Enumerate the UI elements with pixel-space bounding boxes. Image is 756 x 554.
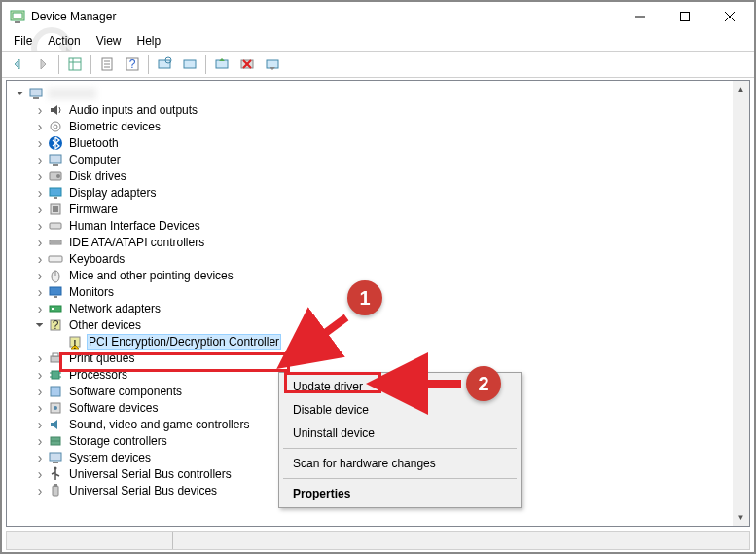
tree-category[interactable]: Bluetooth — [11, 134, 749, 151]
category-label: Keyboards — [67, 252, 126, 266]
category-label: Biometric devices — [67, 120, 162, 133]
ctx-uninstall-device[interactable]: Uninstall device — [281, 422, 519, 445]
svg-rect-24 — [30, 89, 42, 96]
root-label — [48, 88, 96, 99]
svg-point-61 — [54, 406, 57, 410]
mouse-icon — [48, 268, 63, 283]
add-legacy-button[interactable] — [178, 53, 201, 76]
category-label: Sound, video and game controllers — [67, 418, 251, 431]
svg-rect-68 — [54, 484, 57, 487]
category-label: Monitors — [67, 285, 116, 299]
storage-icon — [48, 433, 63, 449]
firmware-icon — [48, 202, 63, 217]
tree-device-selected[interactable]: !PCI Encryption/Decryption Controller — [11, 333, 749, 350]
tree-category[interactable]: Print queues — [11, 350, 749, 366]
svg-rect-44 — [50, 287, 61, 295]
window-title: Device Manager — [31, 10, 618, 23]
category-label: Universal Serial Bus devices — [67, 484, 219, 498]
computer-icon — [48, 152, 63, 167]
callout-2: 2 — [466, 366, 501, 401]
category-label: Disk drives — [67, 169, 128, 183]
tree-category[interactable]: Computer — [11, 151, 749, 167]
svg-point-32 — [56, 174, 60, 178]
svg-text:!: ! — [73, 338, 76, 351]
svg-point-27 — [54, 125, 57, 129]
swdev-icon — [48, 400, 63, 416]
close-button[interactable] — [707, 2, 752, 31]
uninstall-button[interactable] — [235, 53, 259, 76]
svg-rect-25 — [33, 97, 39, 99]
menu-bar: File Action View Help — [2, 31, 754, 51]
minimize-button[interactable] — [618, 2, 663, 31]
tree-category[interactable]: Firmware — [11, 201, 749, 217]
tree-category[interactable]: Human Interface Devices — [11, 217, 749, 234]
tree-category[interactable]: Disk drives — [11, 167, 749, 184]
bluetooth-icon — [48, 135, 63, 151]
scan-hardware-button[interactable] — [153, 53, 176, 76]
tree-category[interactable]: Keyboards — [11, 250, 749, 267]
svg-rect-23 — [267, 60, 278, 68]
ctx-disable-device[interactable]: Disable device — [281, 398, 519, 422]
category-label: IDE ATA/ATAPI controllers — [67, 236, 206, 249]
category-label: Processors — [67, 368, 129, 382]
title-bar: Device Manager — [2, 2, 754, 31]
scroll-down-button[interactable]: ▼ — [733, 509, 749, 526]
forward-button[interactable] — [31, 53, 54, 76]
svg-rect-34 — [54, 197, 57, 199]
scroll-up-button[interactable]: ▲ — [733, 81, 749, 97]
app-icon — [10, 9, 25, 24]
maximize-button[interactable] — [663, 2, 707, 31]
svg-rect-33 — [50, 188, 61, 196]
callout-number: 1 — [347, 280, 382, 315]
tree-root[interactable] — [11, 85, 749, 101]
status-bar — [6, 531, 750, 550]
callout-1: 1 — [347, 280, 382, 315]
category-label: Network adapters — [67, 302, 162, 315]
svg-rect-53 — [53, 353, 58, 356]
menu-help[interactable]: Help — [129, 32, 169, 50]
warning-device-icon: ! — [67, 334, 83, 350]
svg-rect-59 — [51, 387, 60, 396]
menu-view[interactable]: View — [89, 32, 129, 50]
keyboard-icon — [48, 251, 63, 267]
tree-category[interactable]: Display adapters — [11, 184, 749, 201]
printer-icon — [48, 351, 63, 366]
disable-button[interactable] — [261, 53, 284, 76]
svg-rect-4 — [681, 13, 690, 21]
vertical-scrollbar[interactable]: ▲ ▼ — [733, 81, 749, 526]
menu-file[interactable]: File — [6, 32, 40, 50]
ctx-separator — [283, 478, 517, 479]
svg-line-69 — [302, 317, 346, 351]
show-hidden-button[interactable] — [63, 53, 87, 76]
svg-rect-46 — [50, 306, 61, 312]
tree-category[interactable]: Audio inputs and outputs — [11, 101, 749, 118]
tree-category[interactable]: ?Other devices — [11, 316, 749, 333]
toolbar: ? — [2, 51, 754, 78]
svg-rect-29 — [50, 155, 61, 163]
update-driver-button[interactable] — [210, 53, 234, 76]
properties-button[interactable] — [95, 53, 119, 76]
sound-icon — [48, 417, 63, 432]
category-label: Software devices — [67, 401, 160, 415]
svg-rect-37 — [50, 223, 61, 229]
category-label: Mice and other pointing devices — [67, 269, 235, 282]
category-label: Audio inputs and outputs — [67, 103, 199, 117]
svg-rect-45 — [54, 296, 57, 298]
tree-category[interactable]: Biometric devices — [11, 118, 749, 134]
cpu-icon — [48, 367, 63, 383]
category-label: Computer — [67, 153, 123, 166]
usbdev-icon — [48, 483, 63, 499]
hid-icon — [48, 218, 63, 234]
svg-rect-16 — [159, 60, 170, 68]
category-label: System devices — [67, 451, 153, 464]
tree-category[interactable]: IDE ATA/ATAPI controllers — [11, 234, 749, 250]
svg-rect-52 — [51, 356, 60, 362]
category-label: Human Interface Devices — [67, 219, 202, 233]
ctx-scan-hardware[interactable]: Scan for hardware changes — [281, 452, 519, 475]
monitor-icon — [48, 284, 63, 300]
help-topics-button[interactable]: ? — [121, 53, 144, 76]
menu-action[interactable]: Action — [40, 32, 88, 50]
category-label: Display adapters — [67, 186, 158, 200]
back-button[interactable] — [6, 53, 29, 76]
ctx-properties[interactable]: Properties — [281, 482, 519, 505]
